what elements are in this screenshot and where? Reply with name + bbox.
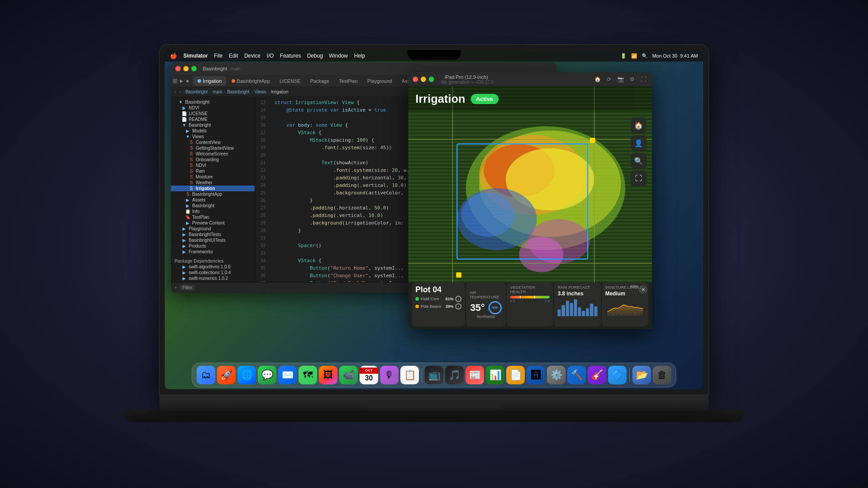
fwd-btn[interactable]: › xyxy=(179,89,181,94)
dock-app-messages[interactable]: 💬 xyxy=(258,366,276,384)
nav-item-onboarding[interactable]: S Onboarding xyxy=(171,157,255,163)
ipad-close-button[interactable] xyxy=(413,77,418,82)
dock-app-proxyman[interactable]: 🔷 xyxy=(608,366,627,384)
nav-item-basinbright-sub2[interactable]: ▶ Basinbright xyxy=(171,203,255,209)
nav-item-tests[interactable]: ▶ BasinbrightTests xyxy=(171,232,255,237)
ipad-maximize-button[interactable] xyxy=(429,77,434,82)
ipad-screenshot-ctrl[interactable]: 📷 xyxy=(616,75,624,83)
sidebar-toggle[interactable] xyxy=(173,79,177,83)
dock-app-safari[interactable]: 🌐 xyxy=(237,366,256,384)
map-fullscreen-btn[interactable]: ⛶ xyxy=(631,170,647,186)
ipad-settings-ctrl[interactable]: ⚙ xyxy=(628,75,636,83)
dock-app-launchpad[interactable]: 🚀 xyxy=(217,366,236,384)
dock-app-xcode[interactable]: 🔨 xyxy=(567,366,586,384)
menubar-features[interactable]: Features xyxy=(280,53,301,59)
nav-item-playground[interactable]: ▶ Playground xyxy=(171,226,255,232)
info-icon-2[interactable]: i xyxy=(455,303,461,310)
nav-item-preview[interactable]: ▶ Preview Content xyxy=(171,220,255,226)
nav-item-models[interactable]: ▶ Models xyxy=(171,128,255,134)
dock-app-maps[interactable]: 🗺 xyxy=(298,366,317,384)
nav-item-products[interactable]: ▶ Products xyxy=(171,243,255,249)
ipad-home-ctrl[interactable]: 🏠 xyxy=(593,75,601,83)
run-button[interactable]: ▶ xyxy=(180,78,183,83)
menubar-search[interactable]: 🔍 xyxy=(642,53,648,59)
stop-button[interactable]: ■ xyxy=(186,78,189,83)
menubar-io[interactable]: I/O xyxy=(267,53,274,59)
nav-item-testplan[interactable]: 🔖 TestPlan xyxy=(171,214,255,220)
menubar-device[interactable]: Device xyxy=(244,53,260,59)
ipad-minimize-button[interactable] xyxy=(421,77,426,82)
dock-app-instruments[interactable]: 🎸 xyxy=(588,366,606,384)
nav-item-views[interactable]: ▼ Views xyxy=(171,134,255,139)
menubar-help[interactable]: Help xyxy=(354,53,365,59)
dock-app-finder2[interactable]: 📂 xyxy=(632,366,651,384)
nav-item-frameworks[interactable]: ▶ Frameworks xyxy=(171,249,255,255)
nav-item-contentview[interactable]: S ContentView xyxy=(171,139,255,145)
dock-app-photos[interactable]: 🖼 xyxy=(319,366,337,384)
breadcrumb-2[interactable]: main xyxy=(213,89,222,94)
dock-app-appletv[interactable]: 📺 xyxy=(425,366,443,384)
tab-playground[interactable]: Playground xyxy=(363,76,397,86)
dock-app-pages[interactable]: 📄 xyxy=(506,366,525,384)
nav-item-license[interactable]: 📄 LICENSE xyxy=(171,111,255,116)
menubar-app-name[interactable]: Simulator xyxy=(183,53,208,59)
maximize-button[interactable] xyxy=(191,66,197,71)
trackpad[interactable] xyxy=(368,400,500,408)
map-zoom-btn[interactable]: 🔍 xyxy=(631,153,647,169)
dock-app-finder[interactable]: 🗂 xyxy=(197,366,215,384)
dock-app-systemprefs[interactable]: ⚙️ xyxy=(547,366,566,384)
map-user-btn[interactable]: 👤 xyxy=(631,135,647,151)
nav-item-moisture[interactable]: S Moisture xyxy=(171,174,255,180)
nav-item-uitests[interactable]: ▶ BasinbrightUITests xyxy=(171,237,255,243)
nav-item-swift-collections[interactable]: ▶ swift-collections 1.0.4 xyxy=(171,270,255,275)
plot-card-close-btn[interactable]: ✕ xyxy=(639,285,647,294)
breadcrumb-1[interactable]: Basinbright xyxy=(186,89,208,94)
menubar-window[interactable]: Window xyxy=(329,53,348,59)
dock-app-facetime[interactable]: 📹 xyxy=(339,366,358,384)
dock-app-appstore[interactable]: 🅰 xyxy=(527,366,545,384)
filter-input[interactable]: Filter xyxy=(180,285,195,290)
nav-item-gettingstartedview[interactable]: S GettingStartedView xyxy=(171,145,255,151)
ipad-rotate-ctrl[interactable]: ⟳ xyxy=(605,75,613,83)
menubar-edit[interactable]: Edit xyxy=(229,53,238,59)
dock-app-reminders[interactable]: 📋 xyxy=(400,366,419,384)
dock-app-music[interactable]: 🎵 xyxy=(445,366,464,384)
nav-item-swift-numerics[interactable]: ▶ swift-numerics 1.0.2 xyxy=(171,275,255,281)
dock-trash[interactable]: 🗑 xyxy=(653,366,671,384)
apple-menu-icon[interactable]: 🍎 xyxy=(170,53,177,59)
nav-item-assets[interactable]: ▶ Assets xyxy=(171,197,255,203)
dock-app-calendar[interactable]: OCT 30 xyxy=(360,366,378,384)
nav-item-readme[interactable]: 📄 README xyxy=(171,116,255,122)
nav-item-info[interactable]: 📋 Info xyxy=(171,209,255,214)
nav-item-ndvi[interactable]: ▶ NDVI xyxy=(171,105,255,111)
nav-item-welcomescreen[interactable]: S WelcomeScreen xyxy=(171,151,255,157)
nav-item-swift-algorithms[interactable]: ▶ swift-algorithms 1.0.0 xyxy=(171,264,255,270)
ipad-fullscreen-ctrl[interactable]: ⛶ xyxy=(639,75,647,83)
dock-app-podcasts[interactable]: 🎙 xyxy=(380,366,399,384)
nav-item-irrigation[interactable]: S Irrigation xyxy=(171,186,255,191)
breadcrumb-4[interactable]: Views xyxy=(254,89,266,94)
add-file-btn[interactable]: + xyxy=(174,285,177,290)
nav-item-rain[interactable]: S Rain xyxy=(171,168,255,174)
dock-app-news[interactable]: 📰 xyxy=(465,366,484,384)
nav-item-basinbright-sub[interactable]: ▼ Basinbright xyxy=(171,122,255,128)
info-icon[interactable]: i xyxy=(455,296,461,302)
nav-item-weather[interactable]: S Weather xyxy=(171,180,255,186)
back-btn[interactable]: ‹ xyxy=(174,89,176,94)
nav-item-ndvi-view[interactable]: S NDVI xyxy=(171,163,255,168)
menubar-file[interactable]: File xyxy=(214,53,222,59)
dock-app-mail[interactable]: ✉️ xyxy=(278,366,297,384)
nav-group-basinbright[interactable]: ▼ Basinbright xyxy=(171,99,255,105)
breadcrumb-3[interactable]: Basinbright xyxy=(227,89,249,94)
map-home-btn[interactable]: 🏠 xyxy=(631,117,647,133)
nav-item-basinbrightapp[interactable]: S BasinbrightApp xyxy=(171,191,255,197)
tab-basinbrightapp[interactable]: BasinbrightApp xyxy=(227,76,275,86)
tab-irrigation[interactable]: Irrigation xyxy=(193,76,226,86)
dock-app-numbers[interactable]: 📊 xyxy=(486,366,504,384)
close-button[interactable] xyxy=(175,66,181,71)
minimize-button[interactable] xyxy=(183,66,189,71)
menubar-debug[interactable]: Debug xyxy=(307,53,322,59)
tab-license[interactable]: LICENSE xyxy=(275,76,305,86)
tab-package[interactable]: Package xyxy=(306,76,334,86)
tab-testplan[interactable]: TestPlan xyxy=(334,76,362,86)
